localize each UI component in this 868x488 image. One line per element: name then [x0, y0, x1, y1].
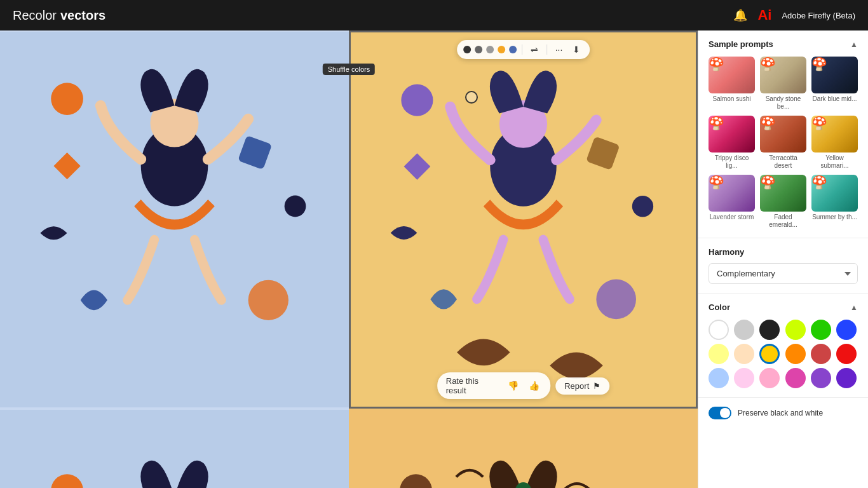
thumbup-button[interactable]: 👍 [527, 381, 541, 391]
sample-prompts-chevron: ▲ [850, 40, 858, 49]
prompt-label-terracotta: Terracotta desert [760, 154, 806, 170]
sample-prompts-title: Sample prompts [709, 39, 773, 49]
preserve-row: Preserve black and white [698, 398, 868, 428]
image-cell-2[interactable]: ⇌ ··· ⬇ [349, 30, 698, 409]
thumbdown-button[interactable]: 👎 [506, 381, 520, 391]
prompt-label-trippy: Trippy disco lig... [709, 154, 755, 170]
shuffle-button[interactable]: ⇌ [527, 43, 541, 56]
color-chevron: ▲ [850, 303, 858, 312]
shuffle-tooltip: Shuffle colors [323, 64, 375, 75]
svg-rect-0 [0, 32, 349, 407]
canvas-area: Shuffle colors [0, 30, 698, 488]
toolbar-divider-1 [522, 44, 522, 55]
header-right: 🔔 Ai Adobe Firefly (Beta) [733, 7, 855, 24]
image-toolbar: ⇌ ··· ⬇ [457, 40, 590, 59]
color-title: Color [709, 302, 730, 312]
adobe-logo: Ai [757, 7, 771, 24]
prompt-card-salmon-sushi[interactable]: 🍄 Salmon sushi [709, 57, 755, 111]
swatch-white[interactable] [709, 320, 729, 340]
swatch-light-pink[interactable] [734, 368, 754, 388]
prompt-thumb-emerald: 🍄 [760, 175, 806, 212]
prompt-label-sandy: Sandy stone be... [760, 95, 806, 111]
dot-5 [509, 46, 517, 53]
app-title: Recolor vectors [13, 8, 105, 23]
svg-point-10 [401, 85, 433, 116]
image-cell-1[interactable] [0, 30, 349, 409]
prompt-label-lavender: Lavender storm [709, 214, 755, 221]
prompt-card-darkblue[interactable]: 🍄 Dark blue mid... [811, 57, 858, 111]
sample-prompts-section: Sample prompts ▲ 🍄 Salmon sushi 🍄 Sandy … [698, 30, 868, 238]
preserve-toggle[interactable] [709, 407, 731, 419]
swatch-red[interactable] [836, 344, 857, 364]
prompt-card-lavender[interactable]: 🍄 Lavender storm [709, 175, 755, 229]
color-section: Color ▲ [698, 294, 868, 398]
harmony-select[interactable]: None Analogous Complementary Split-Compl… [709, 263, 858, 284]
swatch-light-blue[interactable] [709, 368, 729, 388]
prompt-card-emerald[interactable]: 🍄 Faded emerald... [760, 175, 806, 229]
main-content: Shuffle colors [0, 30, 868, 488]
svg-rect-14 [0, 410, 349, 488]
prompt-label-darkblue: Dark blue mid... [811, 95, 858, 103]
header-left: Recolor vectors [13, 8, 105, 23]
swatch-peach[interactable] [734, 344, 754, 364]
swatch-hot-pink[interactable] [785, 368, 806, 388]
dot-2 [475, 46, 482, 53]
prompt-thumb-salmon: 🍄 [709, 57, 755, 93]
illustration-2 [351, 32, 696, 407]
prompt-card-sandy[interactable]: 🍄 Sandy stone be... [760, 57, 806, 111]
prompt-card-yellow[interactable]: 🍄 Yellow submari... [811, 116, 858, 170]
swatch-orange-selected[interactable] [759, 344, 780, 364]
illustration-1 [0, 30, 349, 409]
rate-label: Rate this result [446, 376, 499, 395]
prompt-thumb-summer: 🍄 [811, 175, 858, 212]
prompt-thumb-trippy: 🍄 [709, 116, 755, 152]
prompt-label-salmon: Salmon sushi [709, 95, 755, 103]
notification-icon[interactable]: 🔔 [733, 8, 747, 22]
prompts-grid: 🍄 Salmon sushi 🍄 Sandy stone be... 🍄 Dar… [709, 57, 858, 229]
prompt-thumb-lavender: 🍄 [709, 175, 755, 212]
image-cell-4[interactable] [349, 409, 698, 488]
swatch-deep-purple[interactable] [836, 368, 857, 388]
svg-point-13 [632, 196, 653, 217]
swatch-green[interactable] [811, 320, 831, 340]
prompt-thumb-sandy: 🍄 [760, 57, 806, 93]
prompt-card-terracotta[interactable]: 🍄 Terracotta desert [760, 116, 806, 170]
swatch-gray[interactable] [734, 320, 754, 340]
sample-prompts-header[interactable]: Sample prompts ▲ [709, 39, 858, 49]
prompt-card-summer[interactable]: 🍄 Summer by th... [811, 175, 858, 229]
svg-point-3 [51, 83, 83, 115]
more-options-button[interactable]: ··· [552, 43, 566, 56]
svg-point-12 [596, 280, 636, 320]
header: Recolor vectors 🔔 Ai Adobe Firefly (Beta… [0, 0, 868, 30]
illustration-3 [0, 409, 349, 488]
toggle-knob [720, 408, 730, 418]
swatch-black[interactable] [759, 320, 780, 340]
report-icon: ⚑ [593, 381, 600, 391]
dot-4 [498, 46, 505, 53]
dot-1 [463, 46, 471, 53]
swatch-light-yellow[interactable] [709, 344, 729, 364]
svg-rect-23 [349, 410, 698, 488]
rate-bar: Rate this result 👎 👍 Report ⚑ [437, 372, 610, 399]
prompt-thumb-terracotta: 🍄 [760, 116, 806, 152]
download-button[interactable]: ⬇ [569, 43, 583, 56]
prompt-card-trippy[interactable]: 🍄 Trippy disco lig... [709, 116, 755, 170]
prompt-label-emerald: Faded emerald... [760, 214, 806, 229]
harmony-select-wrapper: None Analogous Complementary Split-Compl… [709, 263, 858, 284]
report-button[interactable]: Report ⚑ [555, 377, 609, 395]
swatch-lime[interactable] [785, 320, 806, 340]
image-grid: ⇌ ··· ⬇ [0, 30, 698, 488]
color-section-header[interactable]: Color ▲ [709, 302, 858, 312]
rate-pill: Rate this result 👎 👍 [437, 372, 550, 399]
prompt-thumb-yellow: 🍄 [811, 116, 858, 152]
swatch-orange[interactable] [785, 344, 806, 364]
dot-3 [486, 46, 494, 53]
swatch-pink[interactable] [759, 368, 780, 388]
swatch-purple[interactable] [811, 368, 831, 388]
swatch-blue[interactable] [836, 320, 857, 340]
toolbar-divider-2 [546, 44, 547, 55]
prompt-label-yellow: Yellow submari... [811, 154, 858, 170]
color-grid [709, 320, 858, 388]
image-cell-3[interactable] [0, 409, 349, 488]
swatch-red-orange[interactable] [811, 344, 831, 364]
